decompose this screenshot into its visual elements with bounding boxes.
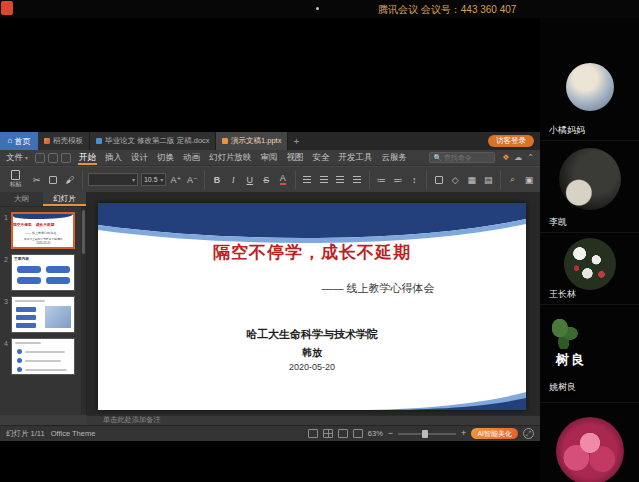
thumbnail-scrollbar[interactable] [81, 207, 86, 415]
ai-beautify-button[interactable]: AI智能美化 [471, 428, 518, 439]
participant-tile[interactable]: 小橘妈妈 [540, 55, 639, 140]
meeting-id-text: 腾讯会议 会议号：443 360 407 [378, 3, 516, 17]
paste-button[interactable]: 粘贴 [4, 168, 27, 192]
paste-icon [11, 170, 20, 180]
zoom-in-button[interactable]: + [461, 429, 466, 438]
menu-start[interactable]: 开始 [78, 151, 97, 165]
slide-editing-area[interactable]: 隔空不停学，成长不延期 —— 线上教学心得体会 哈工大生命科学与技术学院 韩放 … [87, 192, 540, 415]
redo-icon[interactable] [61, 153, 71, 163]
align-center-icon[interactable] [317, 173, 330, 187]
command-search-input[interactable] [444, 154, 491, 161]
font-color-glyph: A [280, 174, 286, 185]
cloud-sync-icon[interactable]: ☁ [514, 154, 522, 162]
save-icon[interactable] [35, 153, 45, 163]
tencent-meeting-icon[interactable] [1, 1, 13, 15]
slide-thumbnail-1[interactable]: 隔空不停学，成长不延期 —— 线上教学心得体会 哈工大生命科学与技术学院 韩放 … [11, 212, 75, 249]
home-tab[interactable]: ⌂ 首页 [0, 132, 38, 150]
theme-name: Office Theme [51, 429, 96, 438]
slide-thumbnail-2[interactable]: 主要内容 [11, 254, 75, 291]
chevron-down-icon: ▾ [132, 177, 135, 183]
slide-thumbnail-panel: 大纲 幻灯片 1 隔空不停学，成长不延期 —— 线上教学心得体会 哈工大生命科学… [0, 192, 87, 415]
ribbon-collapse-icon[interactable]: ⌃ [527, 154, 534, 162]
participant-tile[interactable] [540, 402, 639, 482]
zoom-out-button[interactable]: − [388, 429, 393, 438]
font-name-input[interactable] [91, 176, 131, 183]
tab-docer-templates[interactable]: 稻壳模板 [38, 132, 90, 150]
participant-tile[interactable]: 王长林 [540, 232, 639, 304]
scrollbar-thumb[interactable] [82, 210, 85, 254]
tab-presentation-pptx[interactable]: 演示文稿1.pptx [216, 132, 288, 150]
menu-slideshow[interactable]: 幻灯片放映 [208, 151, 253, 165]
tab-slides[interactable]: 幻灯片 [43, 192, 86, 206]
font-size-select[interactable]: ▾ [141, 173, 166, 186]
zoom-slider[interactable] [398, 429, 456, 439]
underline-icon[interactable]: U [243, 173, 256, 187]
find-replace-icon[interactable]: ⌕ [506, 173, 519, 187]
number-list-icon[interactable]: ≕ [391, 173, 404, 187]
panel-tabs: 大纲 幻灯片 [0, 192, 86, 207]
zoom-knob[interactable] [422, 430, 428, 438]
justify-icon[interactable] [350, 173, 363, 187]
slide-organization[interactable]: 哈工大生命科学与技术学院 [98, 327, 526, 342]
menu-review[interactable]: 审阅 [260, 151, 279, 165]
menu-cloud[interactable]: 云服务 [381, 151, 409, 165]
italic-icon[interactable]: I [227, 173, 240, 187]
menu-devtools[interactable]: 开发工具 [338, 151, 374, 165]
reading-view-icon[interactable] [338, 429, 348, 438]
tab-thesis-docx[interactable]: 毕业论文 修改第二版 定稿.docx [90, 132, 216, 150]
strikethrough-icon[interactable]: S [260, 173, 273, 187]
slide-sorter-icon[interactable] [323, 429, 333, 438]
menu-insert[interactable]: 插入 [104, 151, 123, 165]
format-painter-icon[interactable]: 🖌 [63, 173, 76, 187]
menubar: 文件 ▾ 开始 插入 设计 切换 动画 幻灯片放映 审阅 视图 安全 开发工具 … [0, 150, 540, 166]
font-size-input[interactable] [144, 176, 159, 183]
shapes-icon[interactable]: ◇ [448, 173, 461, 187]
command-search[interactable]: 🔍 [429, 152, 495, 163]
file-menu[interactable]: 文件 ▾ [6, 152, 28, 164]
slide-thumbnail-4[interactable] [11, 338, 75, 375]
menu-animation[interactable]: 动画 [182, 151, 201, 165]
slide-date[interactable]: 2020-05-20 [98, 362, 526, 372]
new-tab-button[interactable]: + [288, 132, 304, 150]
new-slide-icon[interactable]: ▦ [465, 173, 478, 187]
cut-icon[interactable]: ✂ [30, 173, 43, 187]
content-dot [17, 349, 22, 354]
decrease-font-icon[interactable]: A⁻ [186, 173, 199, 187]
bullet-list-icon[interactable]: ≔ [375, 173, 388, 187]
tab-outline[interactable]: 大纲 [0, 192, 43, 206]
copy-icon[interactable] [47, 173, 60, 187]
slide-thumbnail-3[interactable] [11, 296, 75, 333]
guest-login-button[interactable]: 访客登录 [488, 135, 534, 147]
normal-view-icon[interactable] [308, 429, 318, 438]
align-left-icon[interactable] [301, 173, 314, 187]
menu-security[interactable]: 安全 [312, 151, 331, 165]
slide-title[interactable]: 隔空不停学，成长不延期 [98, 241, 526, 264]
slide-subtitle[interactable]: —— 线上教学心得体会 [164, 281, 592, 296]
notes-pane[interactable]: 单击此处添加备注 [87, 415, 540, 425]
thumb-title: 隔空不停学，成长不延期 [13, 222, 49, 227]
participant-tile[interactable]: 李凯 [540, 140, 639, 232]
text-box-icon[interactable] [432, 173, 445, 187]
menu-design[interactable]: 设计 [130, 151, 149, 165]
gift-icon[interactable]: ❖ [502, 154, 509, 162]
pptx-icon [222, 138, 228, 144]
layout-icon[interactable]: ▤ [481, 173, 494, 187]
font-name-select[interactable]: ▾ [88, 173, 138, 186]
select-icon[interactable]: ▣ [522, 173, 535, 187]
menu-view[interactable]: 视图 [286, 151, 305, 165]
fit-window-icon[interactable]: ⤢ [523, 428, 534, 439]
content-shape [17, 277, 41, 284]
font-color-icon[interactable]: A [276, 173, 289, 187]
menu-transition[interactable]: 切换 [156, 151, 175, 165]
align-right-icon[interactable] [334, 173, 347, 187]
bold-icon[interactable]: B [210, 173, 223, 187]
participant-tile[interactable]: 树良 姚树良 [540, 304, 639, 402]
thumb-banner [13, 214, 73, 219]
slide-author[interactable]: 韩放 [98, 346, 526, 360]
undo-icon[interactable] [48, 153, 58, 163]
line-spacing-icon[interactable]: ↕ [407, 173, 420, 187]
thumb-footer: 哈工大生命科学与技术学院 韩放 2020-05-20 [23, 238, 64, 245]
slideshow-icon[interactable] [353, 429, 363, 438]
slide-canvas[interactable]: 隔空不停学，成长不延期 —— 线上教学心得体会 哈工大生命科学与技术学院 韩放 … [98, 203, 526, 410]
increase-font-icon[interactable]: A⁺ [169, 173, 182, 187]
